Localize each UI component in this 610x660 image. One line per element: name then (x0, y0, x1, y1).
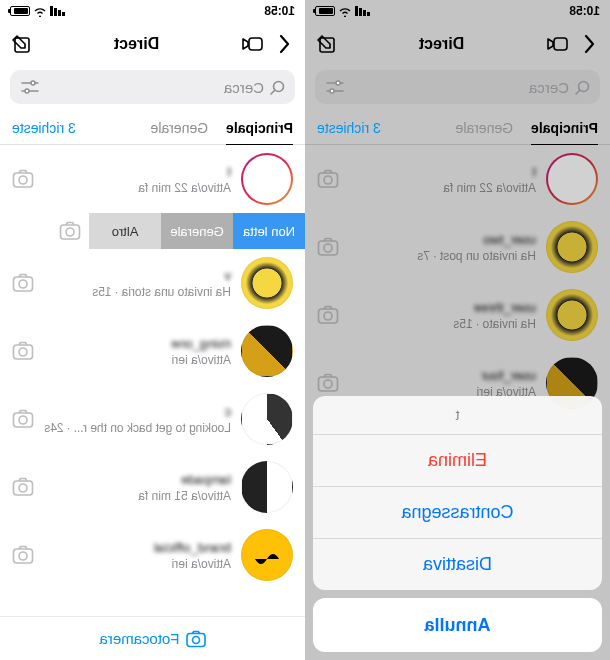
sheet-flag[interactable]: Contrassegna (313, 486, 602, 538)
svg-point-7 (330, 89, 334, 93)
svg-rect-14 (319, 377, 338, 391)
svg-point-21 (31, 81, 35, 85)
action-sheet: t Elimina Contrassegna Disattiva Annulla (313, 396, 602, 652)
tab-primary[interactable]: Principale (531, 112, 598, 144)
nav-title: Direct (347, 35, 536, 53)
swipe-unread[interactable]: Non letta (233, 213, 305, 249)
video-call-icon[interactable] (241, 36, 263, 52)
svg-rect-34 (14, 481, 33, 495)
dm-row[interactable]: lampadeAttivo/a 51 min fa (0, 453, 305, 521)
svg-rect-32 (14, 413, 33, 427)
svg-point-29 (19, 280, 27, 288)
wifi-icon (33, 6, 47, 17)
svg-point-23 (25, 89, 29, 93)
avatar[interactable] (241, 325, 293, 377)
avatar[interactable] (241, 461, 293, 513)
dm-username: lampade (44, 472, 231, 487)
dm-subtitle: Looking to get back on the r... · 24s (44, 421, 231, 435)
camera-icon[interactable] (59, 221, 81, 241)
camera-icon[interactable] (317, 237, 339, 257)
signal-icon (355, 6, 370, 16)
sheet-delete[interactable]: Elimina (313, 434, 602, 486)
battery-icon (10, 6, 30, 16)
compose-icon[interactable] (10, 34, 32, 54)
battery-icon (315, 6, 335, 16)
camera-icon[interactable] (317, 305, 339, 325)
swipe-more[interactable]: Altro (89, 213, 161, 249)
dm-row[interactable]: rising_oneAttivo/a ieri (0, 317, 305, 385)
avatar[interactable] (241, 529, 293, 581)
dm-username: rising_one (44, 336, 231, 351)
status-time: 10:58 (569, 4, 600, 18)
avatar[interactable] (241, 153, 293, 205)
camera-icon[interactable] (12, 545, 34, 565)
dm-row[interactable]: vHa inviato una storia · 15s (0, 249, 305, 317)
camera-icon[interactable] (12, 273, 34, 293)
sheet-mute[interactable]: Disattiva (313, 538, 602, 590)
swipe-general[interactable]: Generale (161, 213, 233, 249)
status-bar: 10:58 (305, 0, 610, 22)
svg-point-15 (324, 380, 332, 388)
dm-row[interactable]: tAttivo/a 22 min fa (305, 145, 610, 213)
tab-requests[interactable]: 3 richieste (317, 112, 381, 144)
dm-row[interactable]: cLooking to get back on the r... · 24s (0, 385, 305, 453)
svg-line-3 (576, 90, 580, 94)
sheet-header: t (313, 396, 602, 434)
filter-icon[interactable] (325, 80, 345, 94)
svg-point-13 (324, 312, 332, 320)
dm-row[interactable]: tAttivo/a 22 min fa (0, 145, 305, 213)
avatar[interactable] (546, 289, 598, 341)
camera-icon[interactable] (12, 409, 34, 429)
dm-subtitle: Ha inviato · 15s (349, 317, 536, 331)
tab-primary[interactable]: Principale (226, 112, 293, 144)
camera-icon[interactable] (12, 341, 34, 361)
dm-row[interactable]: user_threeHa inviato · 15s (305, 281, 610, 349)
search-field[interactable]: Cerca (315, 70, 600, 104)
dm-subtitle: Ha inviato un post · 7s (349, 249, 536, 263)
dm-subtitle: Attivo/a ieri (44, 353, 231, 367)
tab-requests[interactable]: 3 richieste (12, 112, 76, 144)
svg-point-27 (66, 228, 74, 236)
avatar[interactable] (241, 257, 293, 309)
dm-username: user_three (349, 300, 536, 315)
camera-icon[interactable] (12, 477, 34, 497)
svg-rect-38 (187, 633, 205, 646)
camera-icon[interactable] (317, 373, 339, 393)
search-field[interactable]: Cerca (10, 70, 295, 104)
search-placeholder: Cerca (46, 79, 264, 96)
camera-icon[interactable] (12, 169, 34, 189)
svg-point-39 (192, 636, 199, 643)
svg-point-35 (19, 484, 27, 492)
svg-point-37 (19, 552, 27, 560)
avatar[interactable] (546, 221, 598, 273)
tab-general[interactable]: Generale (150, 112, 208, 144)
dm-list: tAttivo/a 22 min fa Non letta Generale A… (0, 145, 305, 616)
search-placeholder: Cerca (351, 79, 569, 96)
dm-tabs: Principale Generale 3 richieste (305, 112, 610, 145)
dm-row[interactable]: brand_officialAttivo/a ieri (0, 521, 305, 589)
video-call-icon[interactable] (546, 36, 568, 52)
sheet-cancel[interactable]: Annulla (313, 598, 602, 652)
back-chevron-icon[interactable] (578, 34, 600, 54)
avatar[interactable] (241, 393, 293, 445)
camera-icon[interactable] (317, 169, 339, 189)
svg-rect-0 (554, 38, 567, 50)
camera-footer[interactable]: Fotocamera (0, 616, 305, 660)
dm-row[interactable]: user_twoHa inviato un post · 7s (305, 213, 610, 281)
camera-icon (186, 630, 206, 648)
dm-username: t (349, 164, 536, 179)
avatar[interactable] (546, 153, 598, 205)
status-indicators (10, 6, 65, 17)
svg-line-19 (271, 90, 275, 94)
svg-rect-10 (319, 241, 338, 255)
status-bar: 10:58 (0, 0, 305, 22)
filter-icon[interactable] (20, 80, 40, 94)
signal-icon (50, 6, 65, 16)
svg-rect-16 (249, 38, 262, 50)
wifi-icon (338, 6, 352, 17)
back-chevron-icon[interactable] (273, 34, 295, 54)
svg-rect-12 (319, 309, 338, 323)
dm-username: v (44, 268, 231, 283)
compose-icon[interactable] (315, 34, 337, 54)
tab-general[interactable]: Generale (455, 112, 513, 144)
